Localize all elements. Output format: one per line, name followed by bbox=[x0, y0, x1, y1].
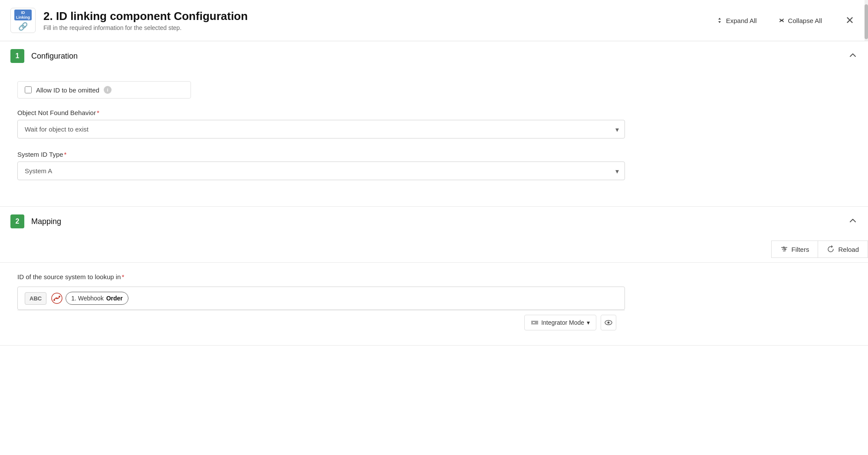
header-titles: 2. ID linking component Configuration Fi… bbox=[43, 10, 711, 31]
system-id-type-select[interactable]: System A System B bbox=[17, 162, 625, 180]
section-1-collapse-icon bbox=[848, 50, 858, 62]
header-actions: Expand All Collapse All ✕ bbox=[711, 13, 858, 28]
object-not-found-field: Object Not Found Behavior* Wait for obje… bbox=[17, 109, 851, 138]
eye-button[interactable] bbox=[601, 315, 616, 330]
allow-id-omit-label: Allow ID to be omitted bbox=[36, 86, 99, 94]
system-id-type-label: System ID Type* bbox=[17, 151, 851, 158]
system-id-type-select-wrapper: System A System B ▾ bbox=[17, 162, 625, 180]
integrator-mode-button[interactable]: Integrator Mode ▾ bbox=[524, 315, 596, 330]
integrator-mode-arrow: ▾ bbox=[587, 319, 590, 326]
object-not-found-label: Object Not Found Behavior* bbox=[17, 109, 851, 116]
source-lookup-label: ID of the source system to lookup in* bbox=[17, 273, 851, 280]
reload-button[interactable]: Reload bbox=[818, 241, 868, 258]
scrollbar-thumb bbox=[865, 4, 868, 39]
section-1-title: Configuration bbox=[31, 52, 848, 61]
system-id-type-field: System ID Type* System A System B ▾ bbox=[17, 151, 851, 180]
reload-icon bbox=[827, 245, 835, 253]
allow-id-omit-row: Allow ID to be omitted i bbox=[17, 81, 191, 99]
webhook-order-chip[interactable]: 1. Webhook Order bbox=[66, 292, 128, 305]
object-not-found-required-star: * bbox=[97, 109, 99, 116]
collapse-all-icon bbox=[778, 16, 786, 24]
page-subtitle: Fill in the required information for the… bbox=[43, 24, 711, 31]
main-content: 1 Configuration Allow ID to be omitted i… bbox=[0, 41, 868, 363]
mapping-body: ID of the source system to lookup in* AB… bbox=[0, 263, 868, 345]
svg-point-14 bbox=[608, 322, 610, 324]
system-id-type-required-star: * bbox=[64, 151, 67, 158]
expand-all-icon bbox=[716, 16, 723, 24]
integrator-toolbar: Integrator Mode ▾ bbox=[17, 310, 625, 335]
eye-icon bbox=[604, 318, 613, 327]
close-button[interactable]: ✕ bbox=[842, 13, 858, 28]
object-not-found-select[interactable]: Wait for object to exist Fail Ignore bbox=[17, 120, 625, 138]
chip-prefix: 1. Webhook bbox=[71, 295, 103, 302]
integrator-mode-icon bbox=[531, 319, 539, 326]
filters-icon bbox=[780, 245, 788, 253]
section-2-collapse-icon bbox=[848, 216, 858, 228]
svg-point-7 bbox=[59, 296, 60, 297]
section-1-badge: 1 bbox=[10, 49, 24, 63]
logo-text: ID Linking bbox=[14, 10, 32, 21]
logo-icon: 🔗 bbox=[18, 22, 28, 31]
logo: ID Linking 🔗 bbox=[10, 8, 36, 33]
source-lookup-required-star: * bbox=[122, 273, 124, 280]
section-2-badge: 2 bbox=[10, 214, 24, 228]
expand-all-button[interactable]: Expand All bbox=[711, 14, 761, 27]
object-not-found-select-wrapper: Wait for object to exist Fail Ignore ▾ bbox=[17, 120, 625, 138]
svg-point-6 bbox=[53, 299, 55, 301]
svg-point-3 bbox=[783, 247, 784, 248]
webhook-icon bbox=[50, 291, 64, 305]
mapping-section-header[interactable]: 2 Mapping bbox=[0, 207, 868, 236]
filters-button[interactable]: Filters bbox=[771, 241, 818, 258]
configuration-section: 1 Configuration Allow ID to be omitted i… bbox=[0, 41, 868, 207]
mapping-toolbar: Filters Reload bbox=[0, 236, 868, 263]
svg-point-8 bbox=[56, 297, 58, 299]
source-lookup-token-row[interactable]: ABC 1. Webhook Order bbox=[17, 287, 625, 310]
mapping-section: 2 Mapping Filters bbox=[0, 207, 868, 346]
token-abc-badge: ABC bbox=[25, 292, 46, 305]
configuration-section-body: Allow ID to be omitted i Object Not Foun… bbox=[0, 71, 868, 206]
chip-value: Order bbox=[106, 295, 123, 302]
allow-id-omit-checkbox[interactable] bbox=[25, 86, 32, 93]
collapse-all-button[interactable]: Collapse All bbox=[773, 14, 826, 27]
scrollbar-track bbox=[865, 0, 868, 41]
page-title: 2. ID linking component Configuration bbox=[43, 10, 711, 23]
svg-point-4 bbox=[784, 249, 786, 250]
allow-id-omit-info-icon[interactable]: i bbox=[104, 86, 112, 94]
section-2-title: Mapping bbox=[31, 217, 848, 226]
page-header: ID Linking 🔗 2. ID linking component Con… bbox=[0, 0, 868, 41]
configuration-section-header[interactable]: 1 Configuration bbox=[0, 41, 868, 71]
